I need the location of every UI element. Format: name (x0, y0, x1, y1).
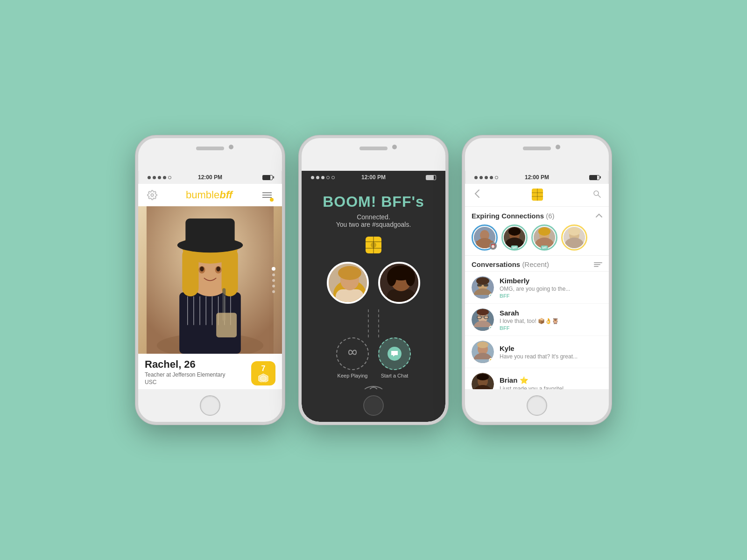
sort-line-2 (594, 264, 600, 265)
dot5 (331, 176, 335, 179)
profile-info: Rachel, 26 Teacher at Jefferson Elementa… (138, 354, 282, 389)
online-indicator (489, 294, 493, 298)
conversation-brian[interactable]: Brian ⭐ I just made you a favorite! (465, 368, 609, 389)
online-indicator-2 (489, 326, 493, 330)
phone-3: 12:00 PM (462, 135, 612, 425)
battery-fill-2 (426, 175, 434, 180)
avatar-inner-4 (564, 227, 585, 248)
expiring-title: Expiring Connections (6) (472, 212, 555, 220)
keep-playing-wrap: Keep Playing (336, 337, 369, 378)
status-right (262, 175, 273, 180)
kyle-name: Kyle (500, 344, 602, 352)
chat-bubble-icon (388, 347, 402, 361)
keep-playing-button[interactable] (336, 337, 369, 370)
photo-dot-4 (272, 285, 275, 287)
svg-rect-36 (336, 289, 364, 304)
photo-dot-1 (272, 267, 275, 271)
conversation-kyle[interactable]: Kyle Have you read that? It's great... (465, 336, 609, 368)
expiring-header: Expiring Connections (6) (472, 211, 602, 220)
sort-icon[interactable] (594, 262, 602, 267)
svg-point-45 (406, 269, 415, 286)
close-button[interactable] (363, 386, 384, 389)
phone3-status-bar: 12:00 PM (465, 171, 609, 184)
speaker (196, 147, 224, 150)
honey-count: 7 (261, 364, 266, 373)
phone3-content: Expiring Connections (6) (465, 184, 609, 389)
dashed-line-right (378, 309, 379, 337)
profile-job: Teacher at Jefferson Elementary (145, 371, 251, 378)
dot1 (311, 176, 314, 179)
name-info: Rachel, 26 Teacher at Jefferson Elementa… (145, 358, 251, 385)
tagline: You two are #squadgoals. (336, 221, 411, 228)
profile-image[interactable] (138, 206, 282, 354)
photo-dot-2 (272, 273, 275, 276)
expiring-section: Expiring Connections (6) (465, 207, 609, 256)
svg-point-46 (369, 387, 378, 389)
bff-label: bff (511, 245, 518, 250)
dot3 (158, 176, 161, 179)
svg-point-23 (216, 266, 220, 272)
start-chat-button[interactable] (378, 337, 411, 370)
sarah-info: Sarah I love that, too! 📦👌🦉 BFF (500, 309, 602, 331)
boom-title: BOOM! BFF's (323, 193, 424, 210)
conversation-sarah[interactable]: Sarah I love that, too! 📦👌🦉 BFF (465, 304, 609, 336)
bff-label-2: bff (541, 245, 548, 250)
battery-fill (263, 175, 270, 180)
camera (229, 145, 233, 149)
sarah-preview: I love that, too! 📦👌🦉 (500, 318, 602, 324)
conversation-kimberly[interactable]: Kimberly OMG, are you going to the... BF… (465, 272, 609, 304)
home-button-2[interactable] (363, 395, 384, 416)
dot1 (148, 176, 151, 179)
clock-badge: ⏰ (489, 242, 497, 250)
home-button[interactable] (200, 395, 220, 416)
kyle-avatar (472, 341, 494, 363)
expiring-avatar-1[interactable]: ⏰ (472, 224, 498, 251)
profile-right (378, 262, 420, 304)
dot2 (479, 176, 483, 179)
svg-marker-27 (261, 376, 266, 381)
chevron-up-icon[interactable] (596, 211, 602, 220)
expiring-avatar-4[interactable] (561, 224, 587, 251)
svg-rect-25 (216, 313, 237, 337)
status-time: 12:00 PM (198, 174, 222, 181)
kimberly-name: Kimberly (500, 277, 602, 285)
svg-point-0 (151, 194, 154, 196)
status-time-2: 12:00 PM (361, 174, 386, 181)
signal-dots (148, 176, 171, 179)
settings-icon[interactable] (146, 189, 159, 202)
expiring-avatar-2[interactable]: bff (501, 224, 528, 251)
phone3-nav (465, 184, 609, 207)
svg-point-22 (200, 266, 204, 272)
expiring-avatar-3[interactable]: bff (531, 224, 557, 251)
kyle-preview: Have you read that? It's great... (500, 353, 602, 360)
brian-name: Brian ⭐ (500, 376, 602, 385)
svg-point-70 (568, 227, 580, 236)
battery-icon-3 (589, 175, 599, 180)
phone-2: 12:00 PM BOOM! BFF's Connected. You two … (299, 135, 448, 425)
dot4 (490, 176, 493, 179)
battery-fill-3 (590, 175, 597, 180)
filter-icon[interactable] (260, 188, 275, 203)
svg-point-32 (371, 242, 376, 248)
dot2 (316, 176, 319, 179)
svg-point-38 (338, 266, 361, 280)
honey-badge[interactable]: 7 (251, 361, 275, 385)
bumble-logo: bumblebff (186, 189, 233, 201)
phone2-status-bar: 12:00 PM (302, 171, 445, 184)
battery-icon-2 (426, 175, 436, 180)
search-button[interactable] (593, 190, 601, 201)
svg-rect-16 (182, 247, 198, 296)
kimberly-info: Kimberly OMG, are you going to the... BF… (500, 277, 602, 299)
dot3 (321, 176, 324, 179)
phone3-bottom-hardware (465, 389, 609, 422)
action-buttons: Keep Playing Start a Chat (336, 337, 411, 378)
start-chat-wrap: Start a Chat (378, 337, 411, 378)
back-button[interactable] (472, 187, 482, 203)
speaker2 (359, 147, 388, 150)
svg-point-66 (538, 227, 550, 236)
phone2-top-hardware (302, 138, 445, 171)
phone2-bottom-hardware (302, 389, 445, 422)
infinity-icon (344, 348, 361, 360)
camera2 (392, 145, 397, 149)
home-button-3[interactable] (527, 395, 547, 416)
